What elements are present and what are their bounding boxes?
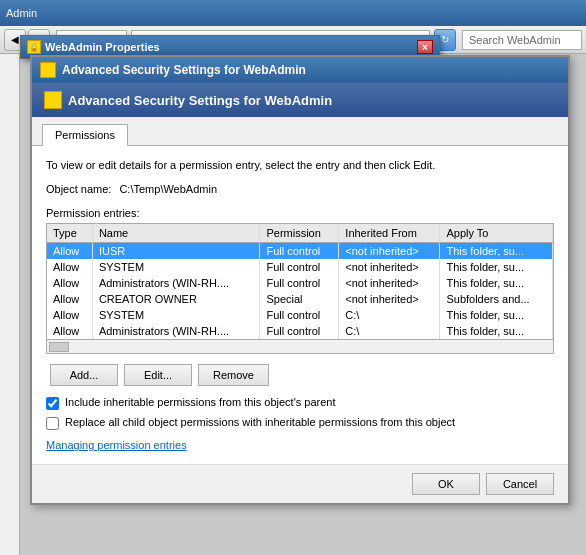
cell-apply_to: This folder, su... (440, 323, 553, 339)
replace-checkbox-label: Replace all child object permissions wit… (65, 416, 455, 428)
cell-name: Administrators (WIN-RH.... (92, 323, 260, 339)
cell-type: Allow (47, 323, 92, 339)
security-content: Advanced Security Settings for WebAdmin … (32, 83, 568, 503)
tab-bar: Permissions (32, 117, 568, 146)
cell-apply_to: This folder, su... (440, 275, 553, 291)
cell-inherited: <not inherited> (339, 275, 440, 291)
managing-permissions-link[interactable]: Managing permission entries (46, 439, 187, 451)
table-body: AllowIUSRFull control<not inherited>This… (47, 243, 553, 340)
cell-permission: Full control (260, 323, 339, 339)
object-name-value: C:\Temp\WebAdmin (119, 183, 217, 195)
cell-inherited: C:\ (339, 307, 440, 323)
permissions-table: Type Name Permission Inherited From Appl… (47, 224, 553, 339)
cell-inherited: C:\ (339, 323, 440, 339)
remove-button[interactable]: Remove (198, 364, 269, 386)
cell-permission: Full control (260, 259, 339, 275)
edit-button[interactable]: Edit... (124, 364, 192, 386)
cell-apply_to: Subfolders and... (440, 291, 553, 307)
cancel-button[interactable]: Cancel (486, 473, 554, 495)
cell-apply_to: This folder, su... (440, 243, 553, 260)
table-scroll[interactable]: Type Name Permission Inherited From Appl… (47, 224, 553, 339)
cell-inherited: <not inherited> (339, 243, 440, 260)
col-type: Type (47, 224, 92, 243)
table-row[interactable]: AllowSYSTEMFull control<not inherited>Th… (47, 259, 553, 275)
add-button[interactable]: Add... (50, 364, 118, 386)
object-name-row: Object name: C:\Temp\WebAdmin (46, 183, 554, 195)
search-placeholder: Search WebAdmin (469, 34, 561, 46)
action-buttons-row: Add... Edit... Remove (46, 364, 554, 386)
cell-type: Allow (47, 307, 92, 323)
permissions-label: Permission entries: (46, 207, 554, 219)
ok-button[interactable]: OK (412, 473, 480, 495)
scrollbar-thumb[interactable] (49, 342, 69, 352)
title-left: 🔒 WebAdmin Properties (27, 40, 160, 54)
tab-permissions[interactable]: Permissions (42, 124, 128, 146)
dialog-close-button[interactable]: × (417, 40, 433, 54)
link-row: Managing permission entries (46, 438, 554, 452)
dialog-bottom: OK Cancel (32, 464, 568, 503)
col-apply: Apply To (440, 224, 553, 243)
explorer-sidebar (0, 54, 20, 555)
table-header-row: Type Name Permission Inherited From Appl… (47, 224, 553, 243)
dialog-icon: 🔒 (27, 40, 41, 54)
cell-permission: Full control (260, 307, 339, 323)
inherit-checkbox-label: Include inheritable permissions from thi… (65, 396, 336, 408)
col-name: Name (92, 224, 260, 243)
cell-type: Allow (47, 291, 92, 307)
inherit-checkbox[interactable] (46, 397, 59, 410)
table-row[interactable]: AllowIUSRFull control<not inherited>This… (47, 243, 553, 260)
security-header: Advanced Security Settings for WebAdmin (32, 83, 568, 117)
table-row[interactable]: AllowAdministrators (WIN-RH....Full cont… (47, 275, 553, 291)
cell-name: IUSR (92, 243, 260, 260)
cell-permission: Full control (260, 275, 339, 291)
horizontal-scrollbar[interactable] (47, 339, 553, 353)
cell-inherited: <not inherited> (339, 259, 440, 275)
security-header-text: Advanced Security Settings for WebAdmin (68, 93, 332, 108)
cell-name: SYSTEM (92, 307, 260, 323)
security-icon (40, 62, 56, 78)
instruction-text: To view or edit details for a permission… (46, 158, 554, 173)
table-row[interactable]: AllowAdministrators (WIN-RH....Full cont… (47, 323, 553, 339)
cell-inherited: <not inherited> (339, 291, 440, 307)
cell-apply_to: This folder, su... (440, 307, 553, 323)
object-name-label: Object name: (46, 183, 111, 195)
checkbox1-row: Include inheritable permissions from thi… (46, 396, 554, 410)
table-row[interactable]: AllowSYSTEMFull controlC:\This folder, s… (47, 307, 553, 323)
cell-permission: Full control (260, 243, 339, 260)
cell-type: Allow (47, 259, 92, 275)
content-area: To view or edit details for a permission… (32, 146, 568, 464)
cell-name: SYSTEM (92, 259, 260, 275)
tab-permissions-label: Permissions (55, 129, 115, 141)
cell-name: Administrators (WIN-RH.... (92, 275, 260, 291)
cell-permission: Special (260, 291, 339, 307)
checkbox2-row: Replace all child object permissions wit… (46, 416, 554, 430)
explorer-titlebar: Admin (0, 0, 586, 26)
cell-type: Allow (47, 275, 92, 291)
cell-name: CREATOR OWNER (92, 291, 260, 307)
replace-checkbox[interactable] (46, 417, 59, 430)
cell-apply_to: This folder, su... (440, 259, 553, 275)
col-permission: Permission (260, 224, 339, 243)
dialog-title: WebAdmin Properties (45, 41, 160, 53)
security-header-icon (44, 91, 62, 109)
security-titlebar: Advanced Security Settings for WebAdmin (32, 57, 568, 83)
explorer-title: Admin (6, 7, 37, 19)
main-window: Admin ◀ ▶ Computer ▼ Local Disk (C:) ▶ T… (0, 0, 586, 555)
col-inherited: Inherited From (339, 224, 440, 243)
search-box[interactable]: Search WebAdmin (462, 30, 582, 50)
table-row[interactable]: AllowCREATOR OWNERSpecial<not inherited>… (47, 291, 553, 307)
permissions-table-container: Type Name Permission Inherited From Appl… (46, 223, 554, 354)
cell-type: Allow (47, 243, 92, 260)
security-dialog-title: Advanced Security Settings for WebAdmin (62, 63, 306, 77)
advanced-security-dialog: Advanced Security Settings for WebAdmin … (30, 55, 570, 505)
